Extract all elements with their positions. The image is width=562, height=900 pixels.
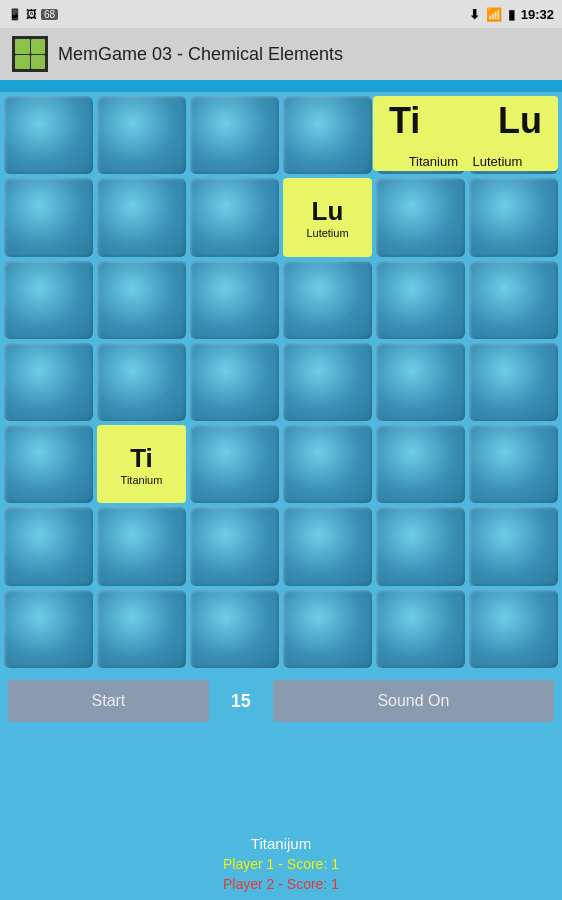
card[interactable] [283,343,372,421]
banner [0,80,562,92]
time-display: 19:32 [521,7,554,22]
card[interactable] [97,343,186,421]
card[interactable] [97,507,186,585]
player2-score: Player 2 - Score: 1 [223,876,339,892]
card[interactable] [469,261,558,339]
sound-button[interactable]: Sound On [273,680,554,722]
card[interactable] [190,425,279,503]
card[interactable] [283,590,372,668]
card[interactable] [376,343,465,421]
card[interactable] [97,590,186,668]
status-bar-left: 📱 🖼 68 [8,8,58,21]
card[interactable] [190,343,279,421]
card[interactable] [4,178,93,256]
card[interactable] [469,343,558,421]
card[interactable] [4,507,93,585]
start-button[interactable]: Start [8,680,209,722]
card[interactable] [4,590,93,668]
card[interactable] [283,507,372,585]
card-grid: LuLutetiumTiTitanium [4,96,558,668]
title-bar: MemGame 03 - Chemical Elements [0,28,562,80]
card[interactable] [469,590,558,668]
card[interactable] [283,261,372,339]
card[interactable] [4,425,93,503]
card[interactable] [469,507,558,585]
card[interactable] [4,261,93,339]
player1-score: Player 1 - Score: 1 [223,856,339,872]
card[interactable] [283,96,372,174]
notification-icon: 📱 [8,8,22,21]
status-bar-right: ⬇ 📶 ▮ 19:32 [469,7,554,22]
photo-icon: 🖼 [26,8,37,20]
card[interactable] [376,261,465,339]
card[interactable] [97,261,186,339]
card[interactable] [376,425,465,503]
card[interactable] [376,178,465,256]
bluetooth-icon: ⬇ [469,7,480,22]
card[interactable] [190,261,279,339]
info-area: Titanijum Player 1 - Score: 1 Player 2 -… [0,730,562,900]
element-label: Titanijum [251,835,311,852]
score-display: 15 [217,691,265,712]
card[interactable] [376,590,465,668]
card[interactable] [4,96,93,174]
card[interactable] [190,507,279,585]
card[interactable]: TiTitanium [97,425,186,503]
status-bar: 📱 🖼 68 ⬇ 📶 ▮ 19:32 [0,0,562,28]
card[interactable] [190,178,279,256]
card[interactable] [97,96,186,174]
battery-icon: ▮ [508,7,515,22]
wifi-icon: 📶 [486,7,502,22]
matched-pair-display: Ti Lu Titanium Lutetium [373,96,558,171]
badge-icon: 68 [41,9,58,20]
card[interactable] [469,425,558,503]
controls-bar: Start 15 Sound On [0,672,562,730]
card[interactable] [190,96,279,174]
card[interactable] [283,425,372,503]
app-title: MemGame 03 - Chemical Elements [58,44,343,65]
card[interactable] [469,178,558,256]
card[interactable] [4,343,93,421]
card[interactable]: LuLutetium [283,178,372,256]
game-area: Ti Lu Titanium Lutetium LuLutetiumTiTita… [0,92,562,672]
app-icon [12,36,48,72]
card[interactable] [97,178,186,256]
card[interactable] [376,507,465,585]
card[interactable] [190,590,279,668]
